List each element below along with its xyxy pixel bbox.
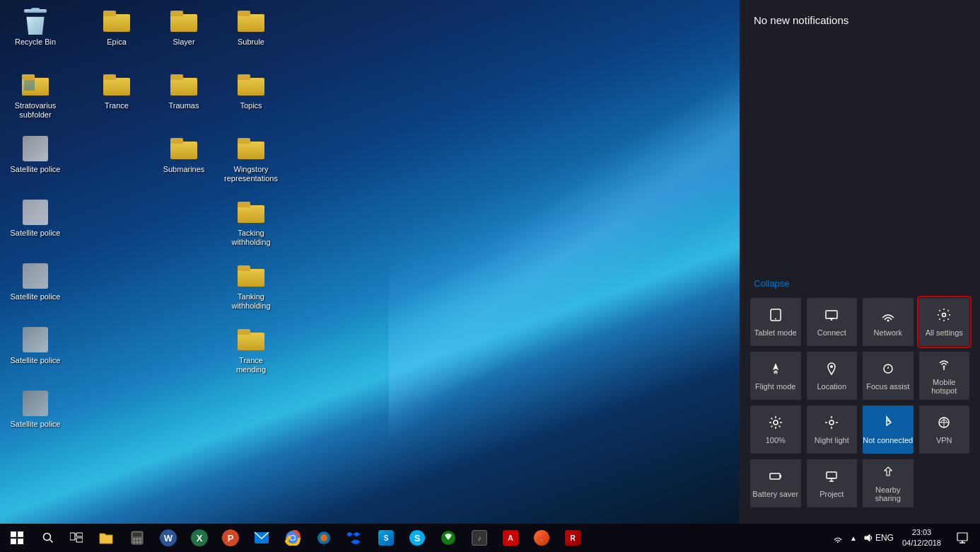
- svg-rect-42: [76, 538, 83, 542]
- desktop-folder-topics[interactable]: Topics: [223, 71, 279, 110]
- desktop-folder-subrule[interactable]: Subrule: [223, 7, 279, 47]
- app-button-3[interactable]: R: [557, 524, 588, 552]
- email-button[interactable]: [246, 524, 277, 552]
- svg-line-17: [778, 418, 780, 419]
- svg-line-15: [771, 418, 772, 419]
- quick-actions-grid: Tablet mode Connect Network: [740, 294, 980, 524]
- desktop-folder-wingstory[interactable]: Wingstory representations: [223, 134, 279, 183]
- svg-rect-34: [11, 531, 16, 537]
- action-center-button[interactable]: [948, 524, 976, 552]
- excel-button[interactable]: X: [184, 524, 215, 552]
- recycle-bin-icon[interactable]: Recycle Bin: [7, 7, 64, 47]
- desktop-icon-satellite-police-4[interactable]: Satellite police: [7, 326, 64, 365]
- location-tile[interactable]: Location: [807, 352, 858, 400]
- app-button-1[interactable]: S: [371, 524, 402, 552]
- svg-rect-60: [957, 533, 967, 541]
- mobile-hotspot-tile[interactable]: Mobile hotspot: [919, 352, 970, 400]
- app-button-2[interactable]: ♪: [464, 524, 495, 552]
- dropbox-button[interactable]: [339, 524, 371, 552]
- task-view-button[interactable]: [62, 524, 91, 552]
- desktop-folder-trance[interactable]: Trance: [88, 71, 145, 110]
- quick-actions-row-1: Tablet mode Connect Network: [750, 298, 969, 346]
- all-settings-tile[interactable]: All settings: [919, 298, 970, 346]
- svg-point-19: [829, 420, 834, 425]
- svg-point-7: [830, 365, 833, 368]
- desktop-folder-tanking[interactable]: Tanking withholding: [223, 262, 279, 311]
- svg-rect-45: [133, 538, 135, 540]
- svg-point-1: [775, 318, 776, 319]
- clock-display[interactable]: 23:03 04/12/2018: [895, 527, 948, 549]
- svg-rect-2: [826, 311, 837, 318]
- svg-rect-46: [136, 538, 139, 540]
- language-indicator[interactable]: ENG: [877, 524, 892, 552]
- svg-point-38: [44, 534, 51, 541]
- firefox-button[interactable]: [308, 524, 339, 552]
- project-tile[interactable]: Project: [807, 459, 858, 507]
- battery-saver-tile[interactable]: Battery saver: [750, 459, 801, 507]
- notification-spacer: [740, 33, 980, 272]
- svg-rect-47: [139, 538, 141, 540]
- svg-rect-35: [18, 531, 23, 537]
- svg-rect-27: [770, 473, 780, 479]
- svg-rect-36: [11, 539, 16, 544]
- night-light-tile[interactable]: Night light: [807, 406, 858, 454]
- svg-rect-44: [133, 533, 141, 536]
- empty-tile: [919, 459, 970, 507]
- quick-actions-row-2: Flight mode Location Focus assist Mobile…: [750, 352, 969, 400]
- desktop-icon-satellite-police-1[interactable]: Satellite police: [7, 134, 64, 174]
- network-tile[interactable]: Network: [863, 298, 914, 346]
- taskbar: W X P: [0, 524, 980, 552]
- action-center-panel: No new notifications Collapse Tablet mod…: [740, 0, 980, 524]
- desktop-icon-satellite-police-3[interactable]: Satellite police: [7, 262, 64, 301]
- flight-mode-tile[interactable]: Flight mode: [750, 352, 801, 400]
- powerpoint-button[interactable]: P: [215, 524, 246, 552]
- focus-assist-tile[interactable]: Focus assist: [863, 352, 914, 400]
- avira-button[interactable]: A: [495, 524, 526, 552]
- collapse-button[interactable]: Collapse: [740, 272, 980, 294]
- desktop-folder-tacking[interactable]: Tacking withholding: [223, 198, 279, 247]
- svg-marker-59: [865, 534, 870, 541]
- bluetooth-tile[interactable]: Not connected: [863, 406, 914, 454]
- vpn-tile[interactable]: VPN: [919, 406, 970, 454]
- desktop-icon-satellite-police-2[interactable]: Satellite police: [7, 198, 64, 238]
- file-explorer-button[interactable]: [91, 524, 122, 552]
- desktop-folder-traumas[interactable]: Traumas: [156, 71, 212, 110]
- connect-tile[interactable]: Connect: [807, 298, 858, 346]
- desktop-folder-epica[interactable]: Epica: [88, 7, 145, 47]
- desktop-folder-trance-mending[interactable]: Trance mending: [223, 326, 279, 374]
- desktop-folder-submarines[interactable]: Submarines: [156, 134, 212, 174]
- svg-rect-48: [133, 541, 135, 544]
- svg-rect-37: [18, 539, 23, 544]
- system-tray: ▲ ENG: [827, 524, 895, 552]
- maps-button[interactable]: 📍: [526, 524, 557, 552]
- brightness-tile[interactable]: 100%: [750, 406, 801, 454]
- svg-line-18: [771, 425, 772, 427]
- notification-header: No new notifications: [740, 0, 980, 33]
- desktop-folder-stratovarius[interactable]: Stratovarius subfolder: [7, 71, 64, 120]
- up-arrow-tray[interactable]: ▲: [846, 524, 861, 552]
- svg-point-10: [774, 420, 778, 425]
- xbox-button[interactable]: [433, 524, 464, 552]
- volume-tray-icon[interactable]: [862, 524, 876, 552]
- svg-line-16: [778, 425, 780, 427]
- nearby-sharing-tile[interactable]: Nearby sharing: [863, 459, 914, 507]
- svg-point-56: [320, 534, 327, 541]
- svg-point-6: [943, 313, 946, 316]
- svg-rect-30: [827, 472, 836, 478]
- svg-point-54: [291, 536, 295, 540]
- chrome-button[interactable]: [277, 524, 308, 552]
- system-tray-area: ▲ ENG 23:03 04/12/2018: [827, 524, 980, 552]
- start-button[interactable]: [0, 524, 34, 552]
- search-button[interactable]: [34, 524, 62, 552]
- word-button[interactable]: W: [153, 524, 184, 552]
- svg-line-39: [50, 540, 53, 543]
- network-tray-icon[interactable]: [831, 524, 845, 552]
- desktop-icon-satellite-police-5[interactable]: Satellite police: [7, 389, 64, 429]
- desktop-folder-slayer[interactable]: Slayer: [156, 7, 212, 47]
- svg-point-8: [943, 365, 945, 367]
- tablet-mode-tile[interactable]: Tablet mode: [750, 298, 801, 346]
- desktop-icons-area: Recycle Bin Epica Slayer Subrule Stratov…: [4, 4, 301, 513]
- skype-button[interactable]: S: [402, 524, 433, 552]
- calculator-button[interactable]: [122, 524, 153, 552]
- quick-actions-row-3: 100% Night light Not connected VPN: [750, 406, 969, 454]
